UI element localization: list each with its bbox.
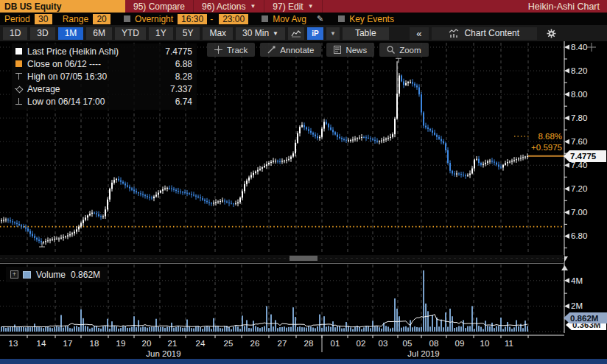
actions-menu-item[interactable]: 96) Actions ▼ xyxy=(194,0,264,13)
annotate-label: Annotate xyxy=(280,46,314,55)
line-chart-icon xyxy=(291,29,301,38)
tab-1y[interactable]: 1Y xyxy=(149,27,173,40)
range-input[interactable]: 20 xyxy=(93,14,110,24)
svg-text:26: 26 xyxy=(250,339,260,348)
svg-text:4M: 4M xyxy=(571,276,583,285)
period-input[interactable]: 30 xyxy=(35,14,52,24)
crosshair-icon xyxy=(214,46,222,54)
chart-content-button[interactable]: Chart Content xyxy=(432,27,537,40)
legend-value: 7.4775 xyxy=(165,46,192,57)
legend-label: Low on 06/14 17:00 xyxy=(27,97,105,107)
keyevents-checkbox[interactable] xyxy=(338,15,345,22)
legend-average-row[interactable]: Average 7.337 xyxy=(15,83,192,95)
svg-text:28: 28 xyxy=(304,339,314,348)
chart-type-dropdown[interactable]: ▼ xyxy=(326,27,340,40)
legend-label: Close on 06/12 ---- xyxy=(27,59,101,69)
magnifier-icon xyxy=(387,46,395,54)
tab-1m[interactable]: 1M xyxy=(58,27,84,40)
legend-high-row[interactable]: High on 07/05 16:30 8.28 xyxy=(15,70,192,83)
svg-text:Jul 2019: Jul 2019 xyxy=(407,349,439,358)
volume-swatch-icon xyxy=(23,271,31,279)
overnight-checkbox[interactable] xyxy=(124,15,130,22)
compare-menu-item[interactable]: 95) Compare xyxy=(125,0,194,13)
svg-text:7.00: 7.00 xyxy=(571,208,587,217)
edit-menu-item[interactable]: 97) Edit ▼ xyxy=(264,0,322,13)
tab-max[interactable]: Max xyxy=(203,27,233,40)
svg-text:19: 19 xyxy=(116,339,126,348)
tab-1d[interactable]: 1D xyxy=(3,27,27,40)
svg-text:10: 10 xyxy=(480,339,490,348)
interval-dropdown[interactable]: 30 Min ▼ xyxy=(236,27,285,40)
pct-change-label: 8.68% xyxy=(512,132,562,141)
news-button[interactable]: News xyxy=(326,43,374,57)
svg-text:Jun 2019: Jun 2019 xyxy=(146,349,180,358)
legend-label: Average xyxy=(27,84,60,94)
zoom-label: Zoom xyxy=(399,46,421,55)
pencil-icon[interactable]: ✎ xyxy=(317,14,323,24)
expand-icon[interactable]: + xyxy=(10,270,18,279)
low-marker-icon xyxy=(15,97,23,105)
close-line-swatch-icon xyxy=(15,60,22,67)
chart-title: Heikin-Ashi Chart xyxy=(528,0,607,13)
intraday-price-chart-type-button[interactable]: iP xyxy=(307,27,323,40)
chart-content-label: Chart Content xyxy=(464,28,519,38)
pane-divider xyxy=(0,263,564,264)
compare-label: 95) Compare xyxy=(133,1,185,12)
average-marker-icon xyxy=(15,85,23,93)
movavg-checkbox[interactable] xyxy=(262,15,268,22)
chart-hover-toolbar: Track Annotate News Zoom xyxy=(207,43,429,57)
last-price-swatch-icon xyxy=(15,48,22,55)
last-volume-axis-tag: 0.862M xyxy=(564,312,607,323)
svg-text:7.60: 7.60 xyxy=(571,137,587,146)
legend-low-row[interactable]: Low on 06/14 17:00 6.74 xyxy=(15,95,192,108)
price-legend: Last Price (Heikin Ashi) 7.4775 Close on… xyxy=(12,43,197,110)
collapse-panel-button[interactable]: « xyxy=(410,27,428,40)
zoom-button[interactable]: Zoom xyxy=(379,43,428,57)
actions-label: 96) Actions xyxy=(202,1,245,12)
bottom-window-edge xyxy=(0,359,607,364)
chart-horizontal-scrollbar[interactable] xyxy=(0,255,564,262)
overnight-from-input[interactable]: 16:30 xyxy=(178,14,207,24)
volume-value: 0.862M xyxy=(71,270,100,280)
date-axis: 1314171819202124252627280102030508091011… xyxy=(9,335,528,358)
legend-last-price-row[interactable]: Last Price (Heikin Ashi) 7.4775 xyxy=(15,45,192,57)
chevron-down-icon: ▼ xyxy=(308,3,314,10)
line-chart-type-button[interactable] xyxy=(288,27,304,40)
tab-5y[interactable]: 5Y xyxy=(176,27,200,40)
movavg-label: Mov Avg xyxy=(273,14,306,24)
security-field[interactable]: DB US Equity xyxy=(0,0,125,13)
track-label: Track xyxy=(227,46,248,55)
scrollbar-handle[interactable] xyxy=(290,256,317,261)
pane-resize-up-arrow xyxy=(561,265,568,270)
pane-maximize-icon xyxy=(587,43,596,52)
tab-3d[interactable]: 3D xyxy=(30,27,55,40)
legend-close-row[interactable]: Close on 06/12 ---- 6.88 xyxy=(15,57,192,70)
chart-content-icon xyxy=(449,29,460,38)
last-price-axis-tag: 7.4775 xyxy=(564,150,606,162)
svg-text:6.80: 6.80 xyxy=(571,231,587,240)
svg-text:7.20: 7.20 xyxy=(571,184,587,193)
annotate-button[interactable]: Annotate xyxy=(260,43,321,57)
svg-text:27: 27 xyxy=(278,339,287,348)
tab-ytd[interactable]: YTD xyxy=(115,27,146,40)
chevron-down-icon: ▼ xyxy=(250,3,256,10)
legend-label: High on 07/05 16:30 xyxy=(27,71,107,82)
range-toolbar: 1D 3D 1M 6M YTD 1Y 5Y Max 30 Min ▼ iP ▼ … xyxy=(0,25,607,41)
svg-text:18: 18 xyxy=(90,339,99,348)
legend-value: 6.74 xyxy=(175,97,192,107)
overnight-to-input[interactable]: 23:00 xyxy=(219,14,248,24)
svg-text:8.00: 8.00 xyxy=(571,90,587,99)
edit-label: 97) Edit xyxy=(273,1,303,12)
interval-label: 30 Min xyxy=(242,28,269,38)
volume-legend[interactable]: + Volume 0.862M xyxy=(6,267,108,282)
table-button[interactable]: Table xyxy=(343,27,389,40)
track-button[interactable]: Track xyxy=(207,43,255,57)
overnight-dash: - xyxy=(210,14,213,24)
tab-6m[interactable]: 6M xyxy=(86,27,112,40)
svg-text:02: 02 xyxy=(357,339,366,348)
svg-text:11: 11 xyxy=(505,339,513,348)
gear-icon xyxy=(547,29,556,38)
menu-bar: DB US Equity 95) Compare 96) Actions ▼ 9… xyxy=(0,0,607,13)
svg-text:21: 21 xyxy=(168,339,178,348)
settings-gear-button[interactable] xyxy=(540,27,563,40)
